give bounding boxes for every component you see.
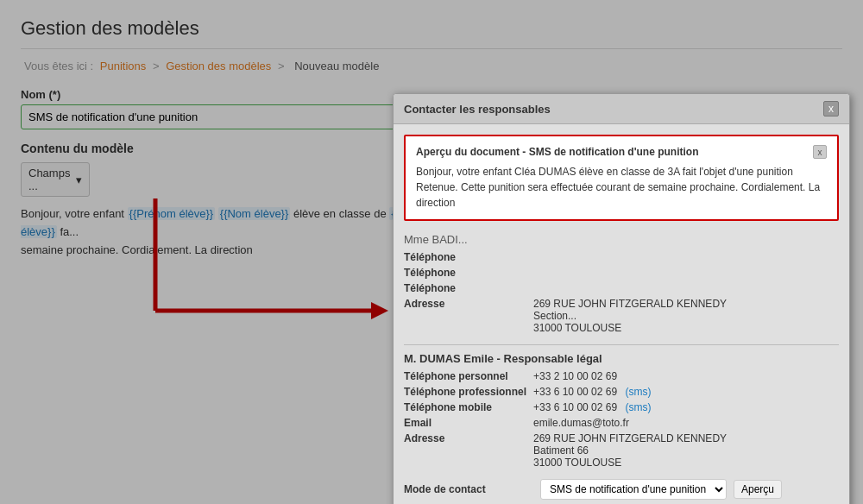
preview-text: Bonjour, votre enfant Cléa DUMAS élève e… bbox=[416, 164, 827, 211]
contact2-tel-perso-row: Téléphone personnel +33 2 10 00 02 69 bbox=[404, 370, 839, 382]
contact1-name: Mme BADI... bbox=[404, 233, 839, 246]
contact1-addr-line1: 269 RUE JOHN FITZGERALD KENNEDY bbox=[533, 298, 727, 310]
contact2-email-label: Email bbox=[404, 417, 533, 429]
apercu-button[interactable]: Aperçu bbox=[734, 480, 782, 499]
contact-section-2: M. DUMAS Emile - Responsable légal Télép… bbox=[404, 352, 839, 469]
contact1-addr-line2: Section... bbox=[533, 310, 576, 322]
contact2-name: M. DUMAS Emile - Responsable légal bbox=[404, 352, 839, 365]
contact-modal: Contacter les responsables x Aperçu du d… bbox=[393, 93, 850, 504]
contact1-tel2-label: Téléphone bbox=[404, 267, 533, 279]
contact1-tel3-label: Téléphone bbox=[404, 282, 533, 294]
preview-header: Aperçu du document - SMS de notification… bbox=[416, 145, 827, 159]
contact1-addr-line3: 31000 TOULOUSE bbox=[533, 322, 621, 334]
contact2-tel-perso-value: +33 2 10 00 02 69 bbox=[533, 370, 617, 382]
contact-section-1: Mme BADI... Téléphone Téléphone Téléphon… bbox=[404, 233, 839, 334]
mode-contact-select[interactable]: SMS de notification d'une punition bbox=[540, 479, 727, 500]
tel-mobile-sms-link[interactable]: (sms) bbox=[625, 401, 651, 413]
contact2-tel-mobile-row: Téléphone mobile +33 6 10 00 02 69 (sms) bbox=[404, 401, 839, 413]
tel-pro-sms-link[interactable]: (sms) bbox=[625, 386, 651, 398]
preview-box: Aperçu du document - SMS de notification… bbox=[404, 135, 839, 221]
contact2-tel-pro-value: +33 6 10 00 02 69 (sms) bbox=[533, 386, 651, 398]
contact2-email-row: Email emile.dumas@toto.fr bbox=[404, 417, 839, 429]
contact1-tel1-label: Téléphone bbox=[404, 251, 533, 263]
contact1-row1: Téléphone bbox=[404, 251, 839, 263]
contact1-row3: Téléphone bbox=[404, 282, 839, 294]
contact1-addr-row: Adresse 269 RUE JOHN FITZGERALD KENNEDY … bbox=[404, 298, 839, 334]
contact2-email-value: emile.dumas@toto.fr bbox=[533, 417, 629, 429]
section-divider bbox=[404, 344, 839, 345]
preview-title: Aperçu du document - SMS de notification… bbox=[416, 146, 699, 158]
modal-body: Aperçu du document - SMS de notification… bbox=[394, 124, 849, 504]
contact1-addr-value: 269 RUE JOHN FITZGERALD KENNEDY Section.… bbox=[533, 298, 727, 334]
modal-close-button[interactable]: x bbox=[823, 101, 839, 117]
contact2-tel-pro-row: Téléphone professionnel +33 6 10 00 02 6… bbox=[404, 386, 839, 398]
contact2-tel-pro-label: Téléphone professionnel bbox=[404, 386, 533, 398]
contact2-addr-value: 269 RUE JOHN FITZGERALD KENNEDY Batiment… bbox=[533, 432, 727, 469]
contact1-row2: Téléphone bbox=[404, 267, 839, 279]
mode-contact-row: Mode de contact SMS de notification d'un… bbox=[404, 479, 839, 500]
contact2-addr-label: Adresse bbox=[404, 432, 533, 444]
contact1-addr-label: Adresse bbox=[404, 298, 533, 310]
contact2-tel-mobile-label: Téléphone mobile bbox=[404, 401, 533, 413]
contact2-tel-mobile-value: +33 6 10 00 02 69 (sms) bbox=[533, 401, 651, 413]
mode-contact-label: Mode de contact bbox=[404, 483, 533, 495]
contact2-tel-perso-label: Téléphone personnel bbox=[404, 370, 533, 382]
modal-title: Contacter les responsables bbox=[404, 103, 551, 116]
modal-header: Contacter les responsables x bbox=[394, 94, 849, 124]
contact2-addr-row: Adresse 269 RUE JOHN FITZGERALD KENNEDY … bbox=[404, 432, 839, 469]
preview-close-button[interactable]: x bbox=[813, 145, 827, 159]
